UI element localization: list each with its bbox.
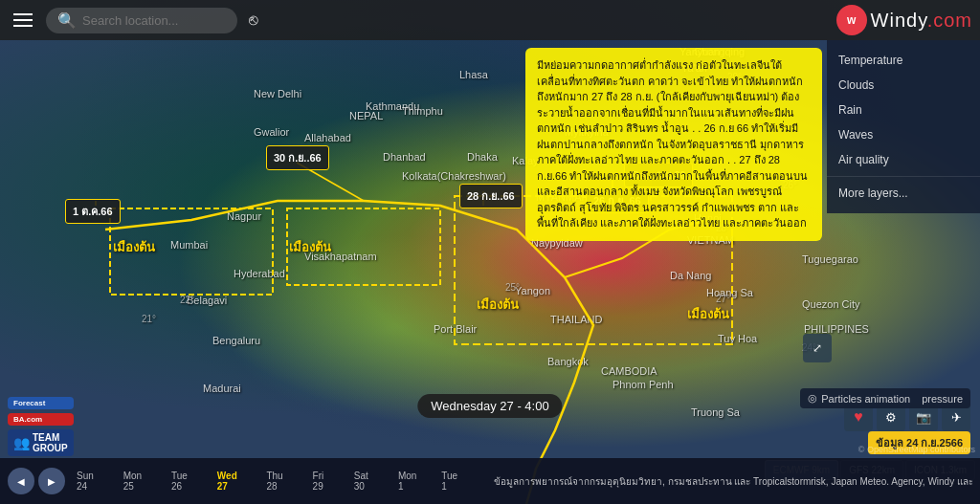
label-bangkok: Bangkok [547,356,589,367]
team-icon: 👥 [13,435,30,450]
thai-label-4: เมืองต้น [687,304,729,324]
label-phnom-penh: Phnom Penh [612,379,674,390]
label-truongsa: Truong Sa [691,406,740,418]
timeline-bar: ◀ ▶ Sun 24 Mon 25 Tue 26 Wed 27 Thu 28 F… [0,458,980,504]
forecast-logo: Forecast [8,397,74,409]
layer-airquality[interactable]: Air quality [827,147,980,172]
thai-label-3: เมืองต้น [477,295,519,315]
top-bar: 🔍 ⎋ w Windy.com [0,0,980,40]
label-madurai: Madurai [203,383,241,394]
timeline-wed27[interactable]: Wed 27 [210,471,256,492]
label-nepal: NEPAL [349,110,383,121]
layer-rain[interactable]: Rain [827,98,980,122]
info-box: มีหย่อมความกดอากาศต่ำกำลังแรง ก่อตัวในทะ… [525,48,822,241]
particles-bar: ◎ Particles animation pressure [800,388,970,408]
temp-21: 21° [142,314,156,324]
windy-logo-text: Windy.com [871,10,972,32]
label-tuguegarao: Tuguegarao [802,253,858,265]
menu-icon[interactable] [8,5,38,35]
pressure-label: pressure [922,393,963,405]
label-dhanbad: Dhanbad [383,151,426,163]
play-button[interactable]: ▶ [38,468,65,494]
label-thailand: THAILAND [550,314,602,325]
source-text: ข้อมูลการพยากรณ์จากกรมอุตุนิยมวิทยา, กรม… [494,474,972,489]
label-quezon: Quezon City [802,298,860,310]
label-yangon: Yangon [515,285,550,296]
timeline-mon1[interactable]: Mon 1 [390,471,430,492]
date-marker-sep28: 28 ก.ย..66 [459,184,523,208]
timeline-thu28[interactable]: Thu 28 [258,471,301,492]
temp-25a: 25° [505,282,520,293]
timeline-sat30[interactable]: Sat 30 [346,471,387,492]
temp-22: 22° [180,295,194,305]
particles-label: Particles animation [821,393,910,405]
date-marker-sep30: 30 ก.ย..66 [266,145,329,170]
thai-label-1: เมืองต้น [113,237,155,257]
bottom-logos: Forecast BA.com 👥 TEAMGROUP [8,397,74,456]
layer-waves[interactable]: Waves [827,122,980,147]
label-nagpur: Nagpur [227,210,261,222]
datetime-badge: Wednesday 27 - 4:00 [417,394,562,418]
particles-icon: ◎ [808,392,817,405]
prev-button[interactable]: ◀ [8,468,34,494]
label-newdelhi: New Delhi [254,88,301,99]
search-box[interactable]: 🔍 [46,8,237,33]
timeline-sun24[interactable]: Sun 24 [69,471,112,492]
label-lhasa: Lhasa [459,69,488,80]
share-icon[interactable]: ⎋ [245,8,262,33]
label-kolkata: Kolkata(Chakreshwar) [402,170,506,182]
search-icon: 🔍 [57,11,77,30]
label-thimphu: Thimphu [402,105,443,117]
label-portblair: Port Blair [434,323,477,335]
label-cambodia: CAMBODIA [601,365,657,377]
windy-logo-circle: w [836,5,867,35]
label-allahabad: Allahabad [304,132,351,143]
play-controls: ◀ ▶ [8,468,65,494]
expand-button[interactable]: ⤢ [803,334,832,362]
label-danang: Da Nang [670,270,711,281]
layer-more[interactable]: More layers... [827,181,980,206]
timeline-tue1[interactable]: Tue 1 [434,471,471,492]
temp-27: 27° [716,294,730,304]
secondary-logo: BA.com [8,413,74,426]
label-hyderabad: Hyderabad [234,268,285,279]
timeline-fri29[interactable]: Fri 29 [305,471,343,492]
timeline-mon25[interactable]: Mon 25 [116,471,160,492]
attribution: © OpenStreetMap contributors [858,445,975,454]
label-gwalior: Gwalior [254,126,289,138]
team-badge: 👥 TEAMGROUP [8,429,74,456]
thai-label-2: เมืองต้น [289,237,331,257]
panel-divider [827,176,980,177]
info-box-text: มีหย่อมความกดอากาศต่ำกำลังแรง ก่อตัวในทะ… [537,59,808,229]
timeline-tue26[interactable]: Tue 26 [164,471,206,492]
layer-temperature[interactable]: Temperature [827,48,980,73]
date-marker-oct1: 1 ต.ค.66 [65,199,121,224]
layer-clouds[interactable]: Clouds [827,73,980,98]
label-tuyhoa: Tuy Hoa [718,333,757,344]
label-mumbai: Mumbai [170,239,208,251]
windy-logo: w Windy.com [836,5,972,35]
label-dhaka: Dhaka [467,151,498,163]
map-container[interactable]: 🔍 ⎋ w Windy.com Lhasa Chongqing Ya'an Ya… [0,0,980,504]
particles-animation[interactable]: ◎ Particles animation [808,392,910,405]
label-bengaluru: Bengaluru [212,335,260,346]
pressure-item[interactable]: pressure [922,393,963,405]
right-panel: Temperature Clouds Rain Waves Air qualit… [827,40,980,213]
search-input[interactable] [82,13,216,28]
